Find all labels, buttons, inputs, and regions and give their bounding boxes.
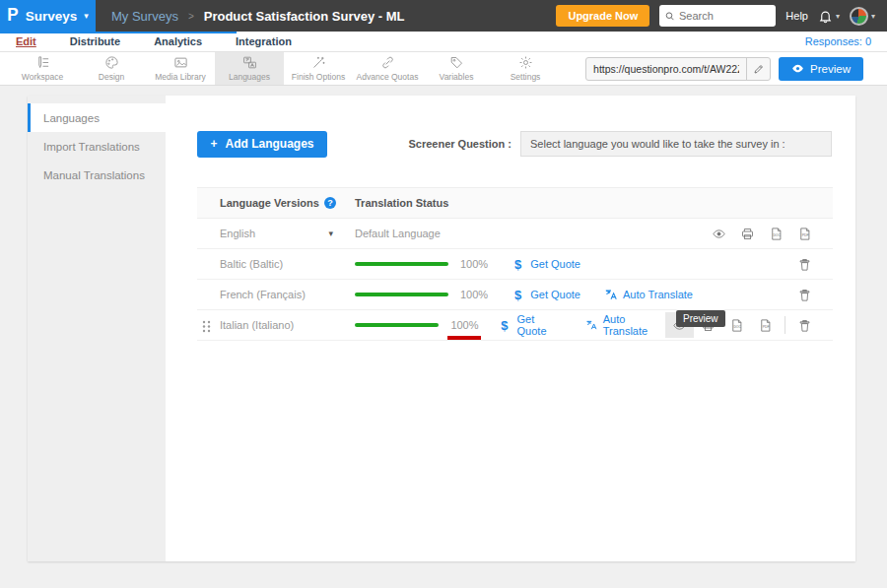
auto-translate-link[interactable]: Auto Translate	[604, 288, 693, 301]
preview-language-button[interactable]	[705, 221, 733, 246]
auto-translate-icon	[585, 318, 598, 332]
table-row-french: French (Français) 100% $ Get Quote Auto …	[197, 280, 833, 310]
add-languages-button[interactable]: + Add Languages	[197, 131, 327, 158]
toolbar-item-advance-quotas[interactable]: Advance Quotas	[353, 52, 422, 85]
table-row-italian: Italian (Italiano) 100% $ Get Quote Auto…	[197, 310, 833, 341]
tab-edit[interactable]: Edit	[16, 35, 36, 47]
breadcrumb: My Surveys > Product Satisfaction Survey…	[111, 9, 404, 24]
languages-panel: Languages Import Translations Manual Tra…	[28, 96, 855, 561]
survey-url-input[interactable]	[586, 63, 746, 75]
col-language-versions: Language Versions	[220, 197, 319, 209]
bell-icon	[818, 9, 833, 24]
image-icon	[173, 55, 188, 70]
pdf-file-icon: PDF	[758, 318, 773, 333]
table-row-baltic: Baltic (Baltic) 100% $ Get Quote	[197, 249, 833, 280]
languages-sidebar: Languages Import Translations Manual Tra…	[28, 96, 166, 561]
trash-icon	[797, 288, 812, 302]
dollar-icon[interactable]: $	[501, 318, 508, 333]
toolbar-item-finish-options[interactable]: Finish Options	[284, 52, 353, 85]
preview-tooltip: Preview	[676, 310, 725, 327]
red-annotation-underline	[447, 336, 481, 340]
chevron-down-icon: ▾	[871, 12, 875, 21]
language-name: Italian (Italiano)	[220, 319, 294, 331]
dollar-icon[interactable]: $	[514, 257, 521, 272]
get-quote-link[interactable]: Get Quote	[530, 258, 580, 270]
pdf-file-icon: PDF	[797, 227, 812, 241]
tab-distribute[interactable]: Distribute	[70, 35, 120, 47]
pencil-icon	[753, 63, 765, 75]
drag-handle-icon[interactable]	[202, 319, 211, 337]
toolbar-item-languages[interactable]: Languages	[215, 52, 284, 85]
trash-icon	[797, 318, 812, 333]
toolbar-item-design[interactable]: Design	[77, 52, 146, 85]
svg-text:PDF: PDF	[763, 325, 770, 329]
toolbar-item-workspace[interactable]: Workspace	[8, 52, 77, 85]
product-name: Surveys	[26, 9, 78, 24]
print-language-button[interactable]	[733, 221, 762, 246]
export-doc-button[interactable]: DOC	[722, 312, 751, 338]
notifications-menu[interactable]: ▾	[818, 9, 840, 24]
breadcrumb-my-surveys[interactable]: My Surveys	[111, 9, 178, 24]
get-quote-link[interactable]: Get Quote	[517, 313, 563, 337]
translation-percent: 100%	[460, 258, 500, 270]
divider	[785, 316, 785, 334]
eye-icon	[712, 227, 726, 241]
eye-icon	[791, 62, 804, 75]
delete-language-button[interactable]	[790, 312, 819, 338]
surveys-product-menu[interactable]: P Surveys ▾	[0, 0, 96, 32]
search-input[interactable]	[679, 10, 770, 22]
delete-language-button[interactable]	[790, 282, 819, 307]
export-pdf-button[interactable]: PDF	[790, 221, 819, 246]
workspace-icon	[35, 55, 50, 70]
preview-button[interactable]: Preview	[779, 57, 863, 81]
default-language-dropdown[interactable]: ▾	[328, 229, 333, 238]
sidebar-item-import-translations[interactable]: Import Translations	[28, 132, 166, 161]
toolbar-item-variables[interactable]: Variables	[422, 52, 491, 85]
survey-title: Product Satisfaction Survey - ML	[204, 9, 405, 24]
search-icon	[665, 11, 675, 22]
dollar-icon[interactable]: $	[514, 288, 521, 302]
table-header: Language Versions ? Translation Status	[197, 187, 833, 219]
toolbar-item-settings[interactable]: Settings	[491, 52, 560, 85]
tab-analytics[interactable]: Analytics	[154, 35, 202, 47]
edit-url-button[interactable]	[746, 58, 770, 80]
doc-file-icon: DOC	[729, 318, 744, 333]
translate-icon	[242, 55, 257, 70]
auto-translate-link[interactable]: Auto Translate	[585, 313, 665, 337]
help-link[interactable]: Help	[785, 10, 808, 22]
get-quote-link[interactable]: Get Quote	[530, 289, 580, 300]
delete-language-button[interactable]	[790, 251, 819, 277]
questionpro-logo-icon: P	[7, 6, 18, 27]
translation-progress-bar	[355, 323, 439, 327]
global-search[interactable]	[659, 5, 776, 27]
svg-text:DOC: DOC	[733, 325, 741, 329]
translation-percent: 100%	[450, 319, 486, 331]
doc-file-icon: DOC	[769, 227, 784, 241]
tab-integration[interactable]: Integration	[236, 35, 292, 47]
translation-progress-bar	[355, 293, 448, 296]
language-versions-table: Language Versions ? Translation Status E…	[197, 187, 833, 341]
tag-icon	[449, 55, 464, 70]
breadcrumb-separator-icon: >	[188, 11, 194, 22]
avatar	[850, 7, 868, 26]
responses-count[interactable]: Responses: 0	[805, 35, 871, 47]
chevron-down-icon: ▾	[836, 12, 840, 21]
survey-section-nav: Edit Distribute Analytics Integration Re…	[0, 32, 887, 52]
language-name: Baltic (Baltic)	[220, 258, 283, 270]
table-row-english: English ▾ Default Language DOC	[197, 219, 833, 249]
svg-text:DOC: DOC	[773, 233, 781, 237]
account-menu[interactable]: ▾	[850, 7, 875, 26]
help-question-icon[interactable]: ?	[324, 197, 336, 209]
survey-url-field	[585, 57, 771, 81]
sidebar-item-manual-translations[interactable]: Manual Translations	[28, 161, 166, 189]
export-pdf-button[interactable]: PDF	[751, 312, 780, 338]
screener-question-select[interactable]: Select language you would like to take t…	[520, 131, 832, 157]
svg-text:PDF: PDF	[802, 233, 809, 237]
export-doc-button[interactable]: DOC	[762, 221, 790, 246]
upgrade-now-button[interactable]: Upgrade Now	[556, 5, 649, 27]
toolbar-item-media-library[interactable]: Media Library	[146, 52, 215, 85]
language-name: English	[220, 228, 255, 239]
sidebar-item-languages[interactable]: Languages	[28, 103, 166, 132]
gear-icon	[518, 55, 533, 70]
translation-percent: 100%	[460, 289, 500, 300]
